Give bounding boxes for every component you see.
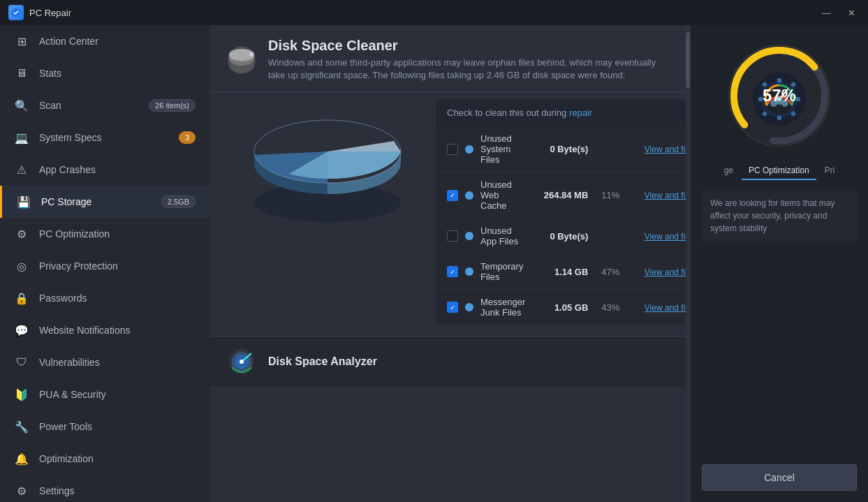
close-button[interactable]: ✕	[844, 6, 860, 20]
row-action-1: View and fix	[626, 190, 686, 200]
main-layout: ⊞Action Center🖥Stats🔍Scan26 item(s)💻Syst…	[0, 25, 868, 502]
cpu-icon: 💻	[14, 130, 29, 145]
tab-pc-optimization[interactable]: PC Optimization	[742, 162, 816, 180]
gauge-pct-label: 57%	[763, 86, 796, 105]
sidebar-item-passwords[interactable]: 🔒Passwords	[0, 282, 209, 314]
table-row: Temporary Files1.14 GB47%View and fix	[436, 254, 686, 290]
view-fix-link-2[interactable]: View and fix	[645, 232, 686, 242]
shield2-icon: 🔰	[14, 387, 29, 402]
row-action-4: View and fix	[626, 302, 686, 313]
sidebar-label-vulnerabilities: Vulnerabilities	[39, 357, 100, 368]
sidebar-item-scan[interactable]: 🔍Scan26 item(s)	[0, 89, 209, 121]
sidebar-item-pua-security[interactable]: 🔰PUA & Security	[0, 378, 209, 411]
row-checkbox-1[interactable]	[447, 190, 458, 201]
row-name-4: Messenger Junk Files	[480, 297, 525, 318]
sidebar-item-power-tools[interactable]: 🔧Power Tools	[0, 411, 209, 443]
row-name-3: Temporary Files	[480, 261, 525, 282]
sidebar-item-vulnerabilities[interactable]: 🛡Vulnerabilities	[0, 346, 209, 378]
disk-cleaner-header: Disk Space Cleaner Windows and some thir…	[209, 25, 686, 92]
row-dot-1	[465, 191, 473, 200]
wrench-icon: 🔧	[14, 419, 29, 434]
right-panel: 57% ge PC Optimization Pri We are lookin…	[690, 25, 868, 502]
row-checkbox-3[interactable]	[447, 266, 458, 277]
shield-icon: 🛡	[14, 355, 29, 370]
main-content: Disk Space Cleaner Windows and some thir…	[209, 25, 686, 502]
disk-cleaner-info: Disk Space Cleaner Windows and some thir…	[268, 38, 669, 82]
view-fix-link-3[interactable]: View and fix	[645, 267, 686, 277]
sidebar-label-website-notifications: Website Notifications	[39, 325, 130, 336]
sidebar-label-stats: Stats	[39, 68, 61, 79]
sidebar-item-action-center[interactable]: ⊞Action Center	[0, 25, 209, 57]
row-dot-0	[465, 145, 473, 154]
row-pct-1: 11%	[595, 190, 619, 200]
sidebar-item-system-specs[interactable]: 💻System Specs3	[0, 121, 209, 154]
sidebar-label-pc-optimization: PC Optimization	[39, 228, 110, 239]
sidebar-item-settings[interactable]: ⚙Settings	[0, 475, 209, 502]
monitor-icon: 🖥	[14, 66, 29, 81]
table-row: Messenger Junk Files1.05 GB43%View and f…	[436, 290, 686, 325]
sidebar-label-pua-security: PUA & Security	[39, 389, 106, 400]
row-size-2: 0 Byte(s)	[532, 231, 588, 242]
top-panel: Disk Space Cleaner Windows and some thir…	[209, 25, 868, 502]
sidebar-item-app-crashes[interactable]: ⚠App Crashes	[0, 154, 209, 186]
disk-analyzer-icon	[226, 346, 257, 377]
sidebar-label-passwords: Passwords	[39, 293, 87, 304]
search-icon: 🔍	[14, 98, 29, 113]
cleaner-body: Check to clean this out during repair Un…	[209, 92, 686, 336]
sidebar-label-scan: Scan	[39, 100, 61, 111]
sidebar-label-settings: Settings	[39, 485, 75, 496]
sidebar-label-action-center: Action Center	[39, 36, 98, 47]
lock-icon: 🔒	[14, 290, 29, 306]
row-pct-3: 47%	[595, 267, 619, 277]
row-name-1: Unused Web Cache	[480, 179, 525, 211]
sidebar-label-power-tools: Power Tools	[39, 421, 92, 432]
sidebar: ⊞Action Center🖥Stats🔍Scan26 item(s)💻Syst…	[0, 25, 209, 502]
sidebar-item-pc-storage[interactable]: 💾PC Storage2.5GB	[0, 186, 209, 218]
drive-icon: 💾	[16, 194, 31, 209]
pie-chart	[226, 99, 422, 228]
sidebar-item-website-notifications[interactable]: 💬Website Notifications	[0, 314, 209, 346]
sidebar-item-privacy-protection[interactable]: ◎Privacy Protection	[0, 250, 209, 282]
disk-cleaner-desc: Windows and some third-party application…	[268, 57, 669, 82]
table-row: Unused Web Cache264.84 MB11%View and fix	[436, 172, 686, 219]
sidebar-badge-system-specs: 3	[179, 131, 196, 144]
disk-cleaner-icon	[226, 45, 257, 75]
row-name-0: Unused System Files	[480, 133, 525, 165]
view-fix-link-0[interactable]: View and fix	[645, 145, 686, 154]
svg-rect-23	[796, 97, 800, 101]
disk-analyzer-section: Disk Space Analyzer	[209, 336, 686, 387]
minimize-button[interactable]: —	[818, 6, 835, 20]
info-box: We are looking for items that may affect…	[702, 189, 857, 243]
app-logo	[8, 5, 24, 20]
disk-analyzer-title: Disk Space Analyzer	[268, 355, 377, 368]
row-checkbox-2[interactable]	[447, 230, 458, 242]
sidebar-label-pc-storage: PC Storage	[41, 196, 91, 207]
row-checkbox-0[interactable]	[447, 144, 458, 155]
svg-rect-21	[777, 78, 781, 82]
sidebar-item-optimization[interactable]: 🔔Optimization	[0, 443, 209, 475]
row-size-0: 0 Byte(s)	[532, 144, 588, 154]
sidebar-badge-scan: 26 item(s)	[149, 99, 196, 112]
content-area: Disk Space Cleaner Windows and some thir…	[209, 25, 868, 502]
row-pct-4: 43%	[595, 302, 619, 313]
row-dot-2	[465, 232, 473, 240]
settings-icon: ⚙	[14, 483, 29, 499]
tab-ge[interactable]: ge	[717, 162, 740, 180]
view-fix-link-4[interactable]: View and fix	[645, 303, 686, 313]
bell-icon: 🔔	[14, 451, 29, 466]
titlebar: PC Repair — ✕	[0, 0, 868, 25]
panel-tabs: ge PC Optimization Pri	[717, 162, 842, 180]
tab-pri[interactable]: Pri	[818, 162, 842, 180]
cancel-button[interactable]: Cancel	[702, 464, 857, 491]
pie-chart-svg	[226, 99, 422, 225]
sidebar-item-pc-optimization[interactable]: ⚙PC Optimization	[0, 218, 209, 250]
sidebar-badge-pc-storage: 2.5GB	[161, 195, 196, 208]
row-size-4: 1.05 GB	[532, 302, 588, 313]
row-checkbox-4[interactable]	[447, 302, 458, 313]
view-fix-link-1[interactable]: View and fix	[645, 191, 686, 200]
svg-point-12	[240, 360, 244, 364]
table-rows: Unused System Files0 Byte(s)View and fix…	[436, 126, 686, 325]
row-name-2: Unused App Files	[480, 226, 525, 246]
table-header: Check to clean this out during repair	[436, 99, 686, 126]
sidebar-item-stats[interactable]: 🖥Stats	[0, 57, 209, 89]
